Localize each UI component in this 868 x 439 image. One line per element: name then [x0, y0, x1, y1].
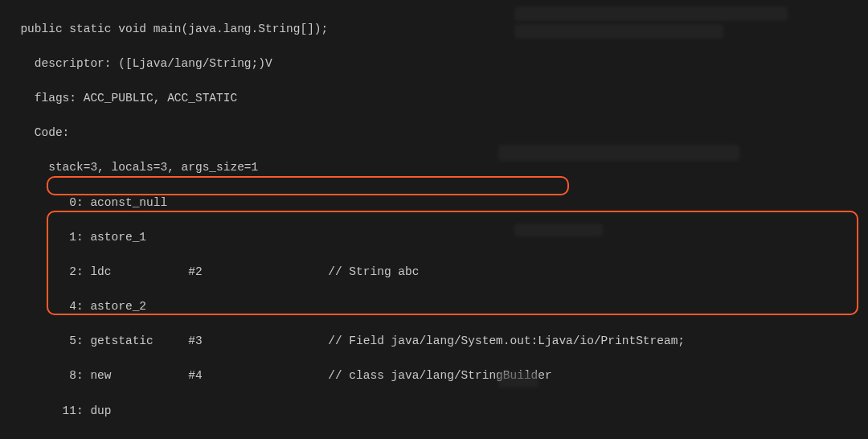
- code-line: public static void main(java.lang.String…: [6, 21, 868, 39]
- ghost-text: [514, 24, 723, 39]
- ghost-heading: [498, 371, 538, 388]
- code-line: 1: astore_1: [6, 229, 868, 247]
- code-line: Code:: [6, 125, 868, 142]
- code-line: descriptor: ([Ljava/lang/String;)V: [6, 55, 868, 73]
- ghost-text: [514, 224, 603, 236]
- ghost-text: [514, 6, 788, 21]
- code-line: 2: ldc #2 // String abc: [6, 264, 868, 281]
- code-line: 8: new #4 // class java/lang/StringBuild…: [6, 367, 868, 385]
- code-line: flags: ACC_PUBLIC, ACC_STATIC: [6, 90, 868, 108]
- code-line: 0: aconst_null: [6, 195, 868, 212]
- code-line: 11: dup: [6, 403, 868, 421]
- code-line: 4: astore_2: [6, 298, 868, 316]
- bytecode-listing: public static void main(java.lang.String…: [0, 0, 868, 439]
- code-line: 5: getstatic #3 // Field java/lang/Syste…: [6, 333, 868, 351]
- code-line: stack=3, locals=3, args_size=1: [6, 159, 868, 177]
- ghost-heading: [498, 145, 739, 161]
